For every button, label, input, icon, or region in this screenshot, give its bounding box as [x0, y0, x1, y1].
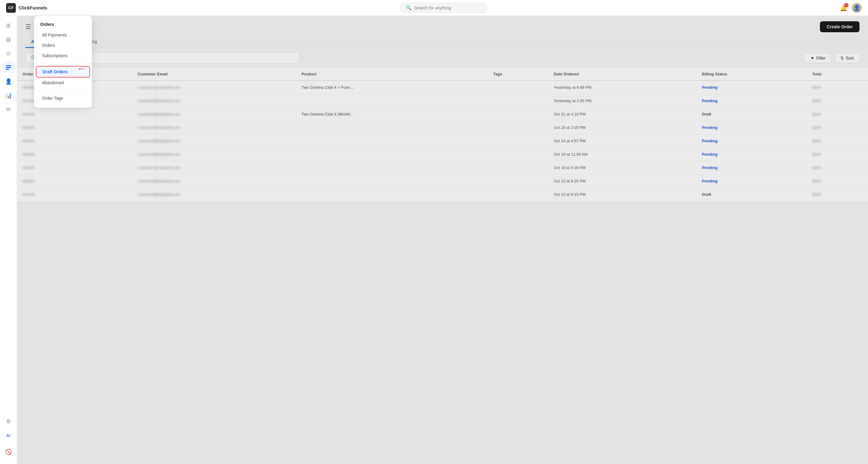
app-body: ⊞ ▤ ⊙ 👤 📊 ✉ ⚙ Ai 🚫 Orders All Payments O…	[0, 16, 868, 464]
cell-tags	[488, 121, 548, 134]
filter-label: Filter	[816, 56, 826, 61]
cell-date: Oct 18 at 5:39 PM	[548, 161, 696, 175]
table-row[interactable]: ###### customer1@redacted.com Two Comma …	[17, 81, 868, 94]
cell-date: Oct 19 at 11:40 AM	[548, 148, 696, 161]
cell-total: $###	[807, 148, 868, 161]
col-product: Product	[296, 68, 488, 81]
cell-product	[296, 121, 488, 134]
sidebar-item-funnels[interactable]: ⊙	[2, 48, 14, 60]
dropdown-item-abandoned[interactable]: Abandoned	[36, 78, 90, 88]
col-customer-email: Customer Email	[132, 68, 296, 81]
sidebar-item-settings[interactable]: ⚙	[2, 415, 14, 428]
table-row[interactable]: ###### customer7@redacted.com Oct 18 at …	[17, 161, 868, 175]
cell-status: Pending	[696, 148, 807, 161]
cell-total: $###	[807, 188, 868, 201]
sidebar-item-ai[interactable]: Ai	[2, 429, 14, 441]
table-row[interactable]: ###### customer5@redacted.com Oct 24 at …	[17, 134, 868, 148]
col-billing-status: Billing Status	[696, 68, 807, 81]
create-order-button[interactable]: Create Order	[820, 21, 860, 32]
cell-email: customer8@redacted.com	[132, 175, 296, 188]
cell-total: $###	[807, 107, 868, 121]
user-avatar[interactable]: 👤	[851, 3, 862, 13]
brand-logo: CF	[6, 3, 16, 13]
table-row[interactable]: ###### customer3@redacted.com Two Comma …	[17, 107, 868, 121]
col-date-ordered: Date Ordered	[548, 68, 696, 81]
dropdown-item-orders[interactable]: Orders	[36, 40, 90, 51]
sidebar-item-dashboard[interactable]: ⊞	[2, 20, 14, 32]
dropdown-item-all-payments[interactable]: All Payments	[36, 30, 90, 40]
table-body: ###### customer1@redacted.com Two Comma …	[17, 81, 868, 201]
cell-email: customer9@redacted.com	[132, 188, 296, 201]
sort-icon: ⇅	[840, 56, 844, 61]
topnav-right: 🔔 1 👤	[840, 3, 862, 13]
cell-date: Oct 24 at 4:57 PM	[548, 134, 696, 148]
cell-tags	[488, 107, 548, 121]
search-icon: 🔍	[406, 5, 412, 11]
cell-order-num: ######	[17, 134, 132, 148]
svg-rect-1	[6, 67, 11, 68]
cell-total: $###	[807, 81, 868, 94]
orders-table: Order Number Customer Email Product Tags…	[17, 68, 868, 464]
cell-date: Yesterday at 6:48 PM	[548, 81, 696, 94]
brand-name: ClickFunnels	[19, 5, 47, 10]
sidebar-item-analytics[interactable]: 📊	[2, 89, 14, 101]
cell-product	[296, 161, 488, 175]
dropdown-divider	[34, 63, 92, 64]
cell-order-num: ######	[17, 148, 132, 161]
cell-product: Two Comma Club X (Month...	[296, 107, 488, 121]
table-row[interactable]: ###### customer4@redacted.com Oct 28 at …	[17, 121, 868, 134]
dropdown-item-order-tags[interactable]: Order Tags	[36, 93, 90, 103]
cell-total: $###	[807, 94, 868, 107]
sidebar-item-email[interactable]: ✉	[2, 103, 14, 116]
dropdown-item-subscriptions[interactable]: Subscriptions	[36, 51, 90, 61]
search-filter-row: 🔍 ▼ Filter ⇅ Sort	[17, 48, 868, 68]
filter-sort-buttons: ▼ Filter ⇅ Sort	[804, 53, 860, 63]
cell-date: Oct 13 at 9:25 PM	[548, 175, 696, 188]
global-search[interactable]: 🔍	[401, 3, 486, 13]
table-row[interactable]: ###### customer6@redacted.com Oct 19 at …	[17, 148, 868, 161]
dropdown-item-draft-orders[interactable]: Draft Orders	[36, 66, 90, 78]
cell-status: Draft	[696, 107, 807, 121]
cell-order-num: ######	[17, 175, 132, 188]
cell-email: customer5@redacted.com	[132, 134, 296, 148]
cell-email: customer6@redacted.com	[132, 148, 296, 161]
search-input[interactable]	[414, 5, 481, 10]
cell-status: Pending	[696, 161, 807, 175]
cell-tags	[488, 94, 548, 107]
tabs-bar: All One time Recurring	[17, 36, 868, 48]
draft-orders-table: Order Number Customer Email Product Tags…	[17, 68, 868, 201]
cell-email: customer7@redacted.com	[132, 161, 296, 175]
page-header: ☰ Draft Orders Create Order	[17, 16, 868, 36]
cell-total: $###	[807, 175, 868, 188]
notification-button[interactable]: 🔔 1	[840, 4, 847, 11]
sidebar-item-pages[interactable]: ▤	[2, 33, 14, 45]
cell-status: Pending	[696, 134, 807, 148]
filter-button[interactable]: ▼ Filter	[804, 53, 832, 63]
cell-product	[296, 148, 488, 161]
notification-badge: 1	[844, 3, 848, 7]
cell-email: customer2@redacted.com	[132, 94, 296, 107]
sort-button[interactable]: ⇅ Sort	[835, 53, 860, 63]
cell-tags	[488, 81, 548, 94]
sidebar: ⊞ ▤ ⊙ 👤 📊 ✉ ⚙ Ai 🚫	[0, 16, 17, 464]
col-total: Total	[807, 68, 868, 81]
cell-status: Pending	[696, 121, 807, 134]
cell-order-num: ######	[17, 107, 132, 121]
cell-status: Pending	[696, 175, 807, 188]
svg-rect-0	[6, 65, 11, 66]
table-row[interactable]: ###### customer2@redacted.com Yesterday …	[17, 94, 868, 107]
table-header-row: Order Number Customer Email Product Tags…	[17, 68, 868, 81]
cell-product	[296, 94, 488, 107]
cell-order-num: ######	[17, 188, 132, 201]
sidebar-item-contacts[interactable]: 👤	[2, 75, 14, 88]
col-tags: Tags	[488, 68, 548, 81]
sidebar-item-orders[interactable]	[2, 61, 14, 73]
menu-icon[interactable]: ☰	[26, 23, 31, 30]
sidebar-item-help[interactable]: 🚫	[2, 446, 14, 458]
main-content: ☰ Draft Orders Create Order All One time…	[17, 16, 868, 464]
top-navigation: CF ClickFunnels 🔍 🔔 1 👤	[0, 0, 868, 16]
table-row[interactable]: ###### customer9@redacted.com Oct 13 at …	[17, 188, 868, 201]
cell-total: $###	[807, 134, 868, 148]
table-row[interactable]: ###### customer8@redacted.com Oct 13 at …	[17, 175, 868, 188]
svg-rect-2	[6, 69, 9, 70]
